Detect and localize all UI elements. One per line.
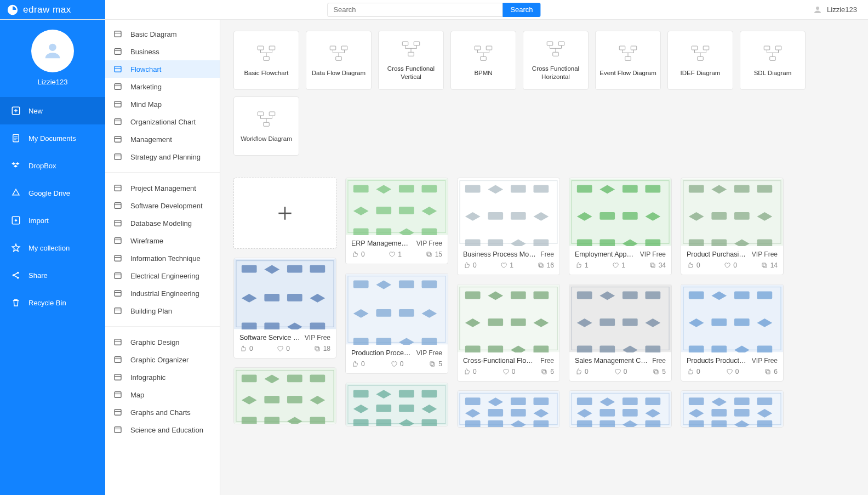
- template-badge: VIP Free: [416, 240, 442, 247]
- template-favs[interactable]: 0: [390, 360, 404, 368]
- search-button[interactable]: Search: [502, 3, 540, 17]
- subcategory-workflow-diagram[interactable]: Workflow Diagram: [233, 96, 299, 156]
- rail-item-label: Recycle Bin: [28, 299, 66, 307]
- category-item-strategy-and-planning[interactable]: Strategy and Planning: [105, 148, 220, 166]
- template-card[interactable]: Products Producti… VIP Free 0 0 6: [681, 284, 784, 382]
- category-item-graphic-design[interactable]: Graphic Design: [105, 333, 220, 351]
- category-item-science-and-education[interactable]: Science and Education: [105, 421, 220, 439]
- rail-item-my-collection[interactable]: My collection: [0, 234, 105, 261]
- svg-rect-168: [646, 292, 661, 299]
- avatar[interactable]: [31, 30, 74, 72]
- category-item-wireframe[interactable]: Wireframe: [105, 232, 220, 249]
- plus-icon: [274, 202, 296, 224]
- template-likes[interactable]: 0: [239, 345, 253, 352]
- subcategory-event-flow-diagram[interactable]: Event Flow Diagram: [595, 31, 661, 90]
- category-item-graphic-organizer[interactable]: Graphic Organizer: [105, 351, 220, 368]
- template-likes[interactable]: 0: [463, 261, 477, 269]
- template-likes[interactable]: 0: [463, 368, 477, 375]
- template-copies[interactable]: 34: [649, 261, 666, 269]
- category-item-project-management[interactable]: Project Management: [105, 179, 220, 197]
- template-favs[interactable]: 1: [388, 251, 402, 258]
- category-item-management[interactable]: Management: [105, 130, 220, 148]
- template-copies[interactable]: 16: [537, 261, 554, 269]
- template-card[interactable]: [233, 367, 336, 424]
- template-copies[interactable]: 6: [540, 368, 554, 375]
- app-logo-text: edraw max: [23, 4, 71, 15]
- subcategory-basic-flowchart[interactable]: Basic Flowchart: [233, 31, 299, 90]
- rail-item-google-drive[interactable]: Google Drive: [0, 179, 105, 207]
- category-item-electrical-engineering[interactable]: Electrical Engineering: [105, 267, 220, 285]
- subcategory-sdl-diagram[interactable]: SDL Diagram: [740, 31, 806, 90]
- category-item-industrial-engineering[interactable]: Industrial Engineering: [105, 285, 220, 302]
- template-favs[interactable]: 1: [612, 261, 625, 269]
- template-card[interactable]: Employment App… VIP Free 1 1 34: [569, 178, 672, 275]
- template-favs[interactable]: 1: [500, 261, 513, 269]
- subcategory-icon: [689, 44, 712, 64]
- rail-item-dropbox[interactable]: DropBox: [0, 152, 105, 179]
- template-copies[interactable]: 5: [429, 360, 442, 368]
- template-copies[interactable]: 15: [425, 251, 442, 258]
- template-card[interactable]: Production Proce… VIP Free 0 0 5: [345, 273, 448, 374]
- template-likes[interactable]: 0: [351, 360, 365, 368]
- template-card[interactable]: [457, 390, 560, 428]
- subcategory-bpmn[interactable]: BPMN: [450, 31, 516, 90]
- template-favs[interactable]: 0: [723, 261, 737, 269]
- subcategory-data-flow-diagram[interactable]: Data Flow Diagram: [306, 31, 372, 90]
- subcategory-cross-functional-horizontal[interactable]: Cross Functional Horizontal: [523, 31, 589, 90]
- template-new[interactable]: [233, 178, 336, 249]
- template-favs[interactable]: 0: [726, 368, 739, 375]
- category-item-infographic[interactable]: Infographic: [105, 368, 220, 386]
- category-item-marketing[interactable]: Marketing: [105, 78, 220, 95]
- template-card[interactable]: Sales Management C… Free 0 0 5: [569, 284, 672, 382]
- template-favs[interactable]: 0: [614, 368, 627, 375]
- category-item-business[interactable]: Business: [105, 43, 220, 60]
- template-likes[interactable]: 0: [687, 261, 700, 269]
- template-copies[interactable]: 18: [313, 345, 330, 352]
- template-card[interactable]: ERP Managemen… VIP Free 0 1 15: [345, 178, 448, 264]
- template-card[interactable]: Cross-Functional Flo… Free 0 0 6: [457, 284, 560, 382]
- template-card[interactable]: [345, 383, 448, 426]
- search-input[interactable]: [327, 3, 502, 17]
- category-item-basic-diagram[interactable]: Basic Diagram: [105, 25, 220, 43]
- template-card[interactable]: [681, 390, 784, 428]
- rail-item-recycle-bin[interactable]: Recycle Bin: [0, 289, 105, 316]
- category-item-software-development[interactable]: Software Development: [105, 197, 220, 214]
- template-card[interactable]: [569, 390, 672, 428]
- template-likes[interactable]: 0: [351, 251, 365, 258]
- rail-item-import[interactable]: Import: [0, 207, 105, 234]
- svg-rect-73: [399, 207, 414, 214]
- category-item-map[interactable]: Map: [105, 386, 220, 403]
- category-item-mind-map[interactable]: Mind Map: [105, 95, 220, 113]
- svg-rect-84: [422, 281, 437, 288]
- template-copies[interactable]: 6: [764, 368, 778, 375]
- rail-item-my-documents[interactable]: My Documents: [0, 124, 105, 152]
- template-card[interactable]: Product Purchasi… VIP Free 0 0 14: [681, 178, 784, 275]
- rail-item-new[interactable]: New: [0, 97, 105, 124]
- user-area[interactable]: Lizzie123: [813, 5, 868, 15]
- category-item-database-modeling[interactable]: Database Modeling: [105, 214, 220, 232]
- category-label: Electrical Engineering: [130, 272, 199, 280]
- template-likes[interactable]: 0: [575, 368, 589, 375]
- rail-item-label: DropBox: [28, 162, 56, 170]
- heart-icon: [500, 261, 507, 269]
- category-item-graphs-and-charts[interactable]: Graphs and Charts: [105, 403, 220, 421]
- like-icon: [239, 345, 247, 352]
- svg-rect-101: [399, 405, 414, 412]
- template-favs[interactable]: 0: [276, 345, 290, 352]
- category-item-information-technique[interactable]: Information Technique: [105, 249, 220, 267]
- rail-item-share[interactable]: Share: [0, 261, 105, 289]
- template-favs[interactable]: 0: [502, 368, 516, 375]
- template-copies[interactable]: 5: [652, 368, 666, 375]
- template-title: Employment App…: [575, 251, 636, 258]
- template-likes[interactable]: 0: [687, 368, 700, 375]
- category-item-organizational-chart[interactable]: Organizational Chart: [105, 113, 220, 130]
- subcategory-idef-diagram[interactable]: IDEF Diagram: [667, 31, 733, 90]
- template-likes[interactable]: 1: [575, 261, 589, 269]
- svg-rect-117: [465, 239, 481, 246]
- subcategory-cross-functional-vertical[interactable]: Cross Functional Vertical: [378, 31, 444, 90]
- template-card[interactable]: Business Process Mo… Free 0 1 16: [457, 178, 560, 275]
- category-item-building-plan[interactable]: Building Plan: [105, 302, 220, 320]
- category-item-flowchart[interactable]: Flowchart: [105, 60, 220, 78]
- template-copies[interactable]: 14: [761, 261, 778, 269]
- template-card[interactable]: Software Service … VIP Free 0 0 18: [233, 258, 336, 359]
